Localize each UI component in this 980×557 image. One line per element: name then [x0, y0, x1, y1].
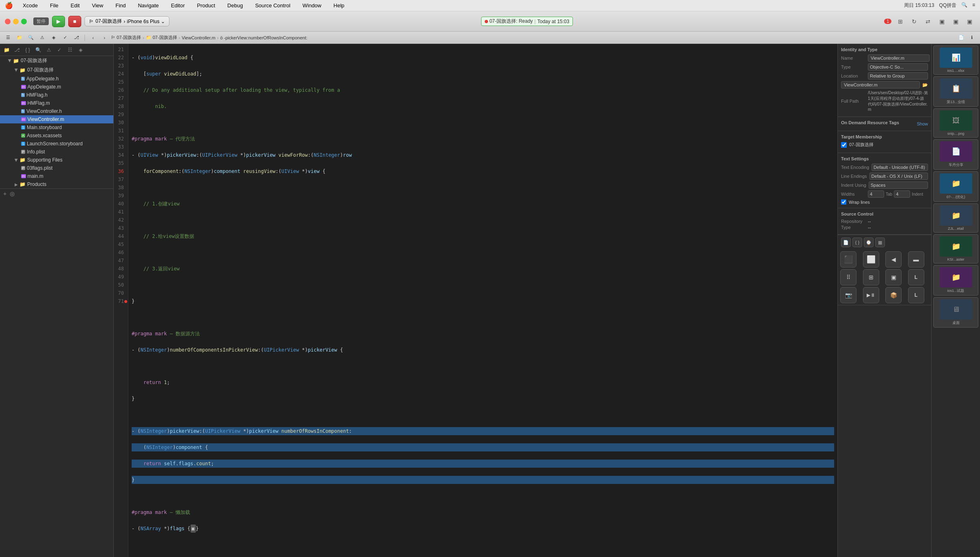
layout-2-icon[interactable]: ▣ [950, 16, 961, 27]
panel-brace-icon[interactable]: { } [852, 237, 862, 247]
test-nav-icon[interactable]: ✓ [54, 45, 64, 54]
menu-debug[interactable]: Debug [225, 2, 245, 9]
component-icon-11[interactable]: 📦 [885, 287, 902, 303]
warning-icon-btn[interactable]: ⚠ [37, 33, 47, 42]
recent-file-7[interactable]: 📁 KSI...aster [933, 234, 978, 263]
breadcrumb-part-1[interactable]: 🏳 07-国旗选择 [111, 35, 141, 41]
recent-file-4[interactable]: 📄 车丹分享 [933, 139, 978, 170]
location-select[interactable]: Relative to Group [868, 72, 928, 80]
component-icon-9[interactable]: 📷 [840, 287, 856, 303]
layout-3-icon[interactable]: ▣ [964, 16, 975, 27]
sidebar-item-appdelegate-m[interactable]: m AppDelegate.m [0, 83, 113, 91]
indent-using-select[interactable]: Spaces [869, 181, 928, 189]
breadcrumb-part-2[interactable]: 📁 07-国旗选择 [146, 35, 177, 41]
component-icon-6[interactable]: ⊞ [863, 269, 879, 285]
recent-file-9[interactable]: 🖥 桌面 [933, 297, 978, 328]
search-nav-icon[interactable]: 🔍 [33, 45, 43, 54]
panel-file-icon[interactable]: 📄 [841, 237, 851, 247]
sidebar-item-supporting-files[interactable]: ▶ 📁 Supporting Files [0, 156, 113, 164]
sidebar-item-assets[interactable]: A Assets.xcassets [0, 132, 113, 140]
show-button[interactable]: Show [917, 121, 928, 126]
sidebar-item-viewcontroller-h[interactable]: h ViewController.h [0, 107, 113, 115]
menu-source-control[interactable]: Source Control [253, 2, 293, 9]
code-text[interactable]: - (void)viewDidLoad { [super viewDidLoad… [128, 44, 837, 557]
warning-nav-icon[interactable]: ⚠ [44, 45, 54, 54]
error-count-badge[interactable]: 1 [884, 19, 891, 24]
test-icon-btn[interactable]: ✓ [60, 33, 70, 42]
git-icon-btn[interactable]: ⎇ [72, 33, 81, 42]
menu-control-icon[interactable]: ≡ [972, 2, 975, 9]
breakpoint-nav-icon[interactable]: ◈ [76, 45, 85, 54]
recent-file-2[interactable]: 📋 第13...业绩 [933, 76, 978, 107]
wrap-lines-checkbox[interactable] [841, 199, 846, 205]
line-endings-select[interactable]: Default - OS X / Unix (LF) [869, 173, 928, 180]
filter-icon[interactable]: ◎ [10, 190, 15, 197]
component-icon-2[interactable]: ⬜ [863, 251, 879, 268]
component-icon-8[interactable]: L [908, 269, 924, 285]
menu-help[interactable]: Help [331, 2, 347, 9]
filename-browse-icon[interactable]: 📂 [922, 82, 928, 88]
folder-icon-btn[interactable]: 📁 [15, 33, 24, 42]
filename-input[interactable] [841, 81, 920, 89]
back-forward-icon[interactable]: ⇄ [922, 16, 934, 27]
recent-file-6[interactable]: 📁 ZJL...etail [933, 203, 978, 233]
menu-file[interactable]: File [48, 2, 61, 9]
play-button[interactable]: ▶ [52, 16, 65, 27]
encoding-select[interactable]: Default - Unicode (UTF-8) [872, 164, 928, 171]
sidebar-item-info-plist[interactable]: P Info.plist [0, 148, 113, 156]
breadcrumb-part-4[interactable]: ö -pickerView:numberOfRowsInComponent: [220, 35, 307, 40]
component-icon-5[interactable]: ⠿ [840, 269, 856, 285]
panel-history-icon[interactable]: ⌚ [864, 237, 874, 247]
apple-menu[interactable]: 🍎 [5, 2, 13, 9]
component-icon-12[interactable]: L [908, 287, 924, 303]
sidebar-item-launch-storyboard[interactable]: S LaunchScreen.storyboard [0, 140, 113, 148]
sidebar-toggle-btn[interactable]: ☰ [3, 33, 13, 42]
menu-view[interactable]: View [89, 2, 106, 9]
component-icon-7[interactable]: ▣ [885, 269, 902, 285]
component-icon-10[interactable]: ▶⏸ [863, 287, 879, 303]
tab-width-input[interactable] [868, 190, 884, 198]
sidebar-item-03flags-plist[interactable]: P 03flags.plist [0, 164, 113, 172]
maximize-button[interactable] [21, 19, 27, 24]
sidebar-item-root[interactable]: ▶ 📁 07-国旗选择 [0, 56, 113, 65]
menu-product[interactable]: Product [195, 2, 218, 9]
menu-navigate[interactable]: Navigate [135, 2, 161, 9]
file-icon-btn[interactable]: 📄 [956, 33, 966, 42]
breakpoint-icon-btn[interactable]: ◈ [49, 33, 59, 42]
code-editor[interactable]: 21 22 23 24 25 26 27 28 29 30 31 32 33 3… [114, 44, 838, 557]
component-icon-3[interactable]: ◀ [885, 251, 902, 268]
type-select[interactable]: Objective-C So... [868, 63, 928, 71]
sidebar-item-group[interactable]: ▶ 📁 07-国旗选择 [0, 65, 113, 75]
refresh-icon[interactable]: ↻ [908, 16, 920, 27]
sidebar-item-viewcontroller-m[interactable]: m ViewController.m [0, 115, 113, 123]
component-icon-4[interactable]: ▬ [908, 251, 924, 268]
stop-button[interactable]: ■ [68, 16, 81, 27]
nav-forward-btn[interactable]: › [100, 33, 109, 42]
debug-nav-icon[interactable]: ☷ [65, 45, 75, 54]
sidebar-item-main-m[interactable]: m main.m [0, 172, 113, 180]
menu-find[interactable]: Find [113, 2, 128, 9]
menu-edit[interactable]: Edit [68, 2, 82, 9]
sidebar-item-hmflag-h[interactable]: h HMFlag.h [0, 91, 113, 99]
breadcrumb-part-3[interactable]: ViewController.m [182, 35, 215, 40]
recent-file-8[interactable]: 📁 ios1...试题 [933, 265, 978, 296]
grid-view-icon[interactable]: ⊞ [895, 16, 906, 27]
sidebar-item-main-storyboard[interactable]: S Main.storyboard [0, 123, 113, 132]
menu-editor[interactable]: Editor [169, 2, 187, 9]
menu-search-icon[interactable]: 🔍 [961, 2, 967, 9]
minimize-button[interactable] [13, 19, 19, 24]
close-button[interactable] [5, 19, 11, 24]
add-file-button[interactable]: + [3, 190, 7, 197]
sidebar-item-hmflag-m[interactable]: m HMFlag.m [0, 99, 113, 107]
search-icon-btn[interactable]: 🔍 [26, 33, 36, 42]
menu-xcode[interactable]: Xcode [20, 2, 40, 9]
folder-nav-icon[interactable]: 📁 [2, 45, 11, 54]
inspector-icon-btn[interactable]: ℹ [967, 33, 977, 42]
recent-file-5[interactable]: 📁 07-…(优化) [933, 171, 978, 202]
name-input[interactable] [868, 54, 930, 62]
indent-width-input[interactable] [894, 190, 910, 198]
panel-grid-icon[interactable]: ▦ [875, 237, 885, 247]
sidebar-item-appdelegate-h[interactable]: h AppDelegate.h [0, 75, 113, 83]
target-checkbox[interactable] [841, 142, 847, 148]
scheme-selector[interactable]: 🏳 07-国旗选择 › iPhone 6s Plus ⌄ [85, 16, 169, 26]
